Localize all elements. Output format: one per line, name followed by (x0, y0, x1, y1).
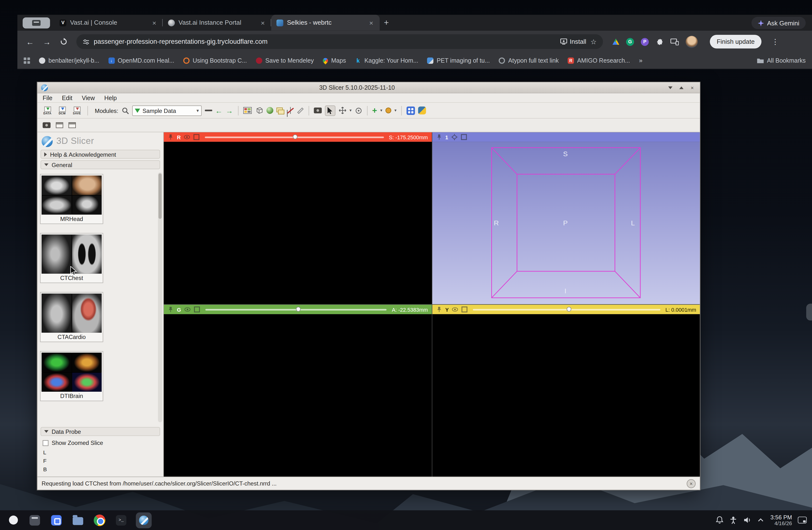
add-markup-caret-icon[interactable]: ▾ (380, 108, 382, 113)
show-zoomed-slice-checkbox[interactable] (43, 440, 48, 446)
pin-icon[interactable] (436, 134, 442, 140)
bookmark-item[interactable]: k Kaggle: Your Hom... (355, 58, 418, 64)
sample-ctacardio[interactable]: CTACardio (40, 292, 103, 342)
window-shade-button[interactable] (666, 84, 674, 91)
place-point-icon[interactable] (355, 107, 362, 114)
launcher-button[interactable] (6, 513, 20, 527)
pin-icon[interactable] (168, 306, 174, 312)
address-bar[interactable]: passenger-profession-representations-gig… (76, 34, 603, 49)
forward-button[interactable]: → (40, 34, 54, 49)
save-button[interactable]: SAVE (71, 106, 83, 115)
tab-vast-portal[interactable]: Vast.ai Instance Portal × (163, 15, 271, 30)
panel-scrollbar[interactable] (158, 172, 162, 422)
window-maximize-button[interactable] (677, 84, 685, 91)
ask-gemini-button[interactable]: Ask Gemini (751, 17, 806, 29)
markups-caret-icon[interactable]: ▾ (394, 108, 396, 113)
red-slice-canvas[interactable] (164, 142, 432, 304)
blue-app-icon[interactable] (49, 513, 63, 527)
module-selector-combobox[interactable]: Sample Data ▾ (132, 105, 201, 116)
bookmark-star-icon[interactable]: ☆ (591, 38, 597, 46)
notification-panel-icon[interactable] (798, 517, 807, 524)
threed-canvas[interactable]: S R P L I (432, 142, 700, 304)
tab-close-icon[interactable]: × (150, 19, 158, 27)
module-search-icon[interactable] (121, 107, 129, 114)
transform-tool-icon[interactable] (338, 107, 346, 114)
screenshot-button[interactable] (43, 122, 51, 128)
finish-update-button[interactable]: Finish update (710, 35, 762, 48)
scene-view-add-button[interactable] (56, 122, 63, 128)
tab-close-icon[interactable]: × (367, 19, 376, 27)
reload-button[interactable] (56, 34, 71, 49)
bookmark-item[interactable]: Save to Mendeley (256, 58, 314, 64)
clock[interactable]: 3:56 PM 4/16/26 (770, 514, 792, 527)
window-close-button[interactable]: × (688, 84, 696, 91)
yellow-slice-slider[interactable] (473, 309, 660, 310)
layout-selector-button[interactable] (243, 107, 252, 114)
maximize-view-icon[interactable] (461, 306, 468, 312)
green-slice-canvas[interactable] (164, 314, 432, 477)
bookmarks-overflow-chevron[interactable]: » (639, 57, 642, 64)
grammarly-icon[interactable]: G (626, 38, 634, 46)
tab-vast-console[interactable]: V Vast.ai | Console × (54, 15, 163, 30)
transform-caret-icon[interactable]: ▾ (349, 108, 352, 113)
side-panel-handle[interactable] (806, 304, 812, 321)
slicer-titlebar[interactable]: 3D Slicer 5.10.0-2025-11-10 × (38, 82, 700, 93)
module-history-icon[interactable] (205, 110, 212, 111)
load-data-button[interactable]: DATA (42, 106, 53, 115)
url-text[interactable]: passenger-profession-representations-gig… (94, 38, 556, 45)
pointer-tool-button[interactable] (324, 105, 335, 116)
bookmark-item[interactable]: R AMIGO Research... (568, 58, 630, 64)
site-info-icon[interactable] (83, 38, 89, 45)
menu-edit[interactable]: Edit (62, 95, 72, 101)
green-slider-handle[interactable] (296, 307, 301, 312)
notifications-icon[interactable] (716, 516, 724, 524)
data-probe-section[interactable]: Data Probe (41, 427, 160, 436)
maximize-view-icon[interactable] (461, 134, 467, 140)
screen-capture-icon[interactable] (314, 108, 322, 113)
markups-icon[interactable] (386, 108, 391, 113)
system-tray[interactable]: 3:56 PM 4/16/26 (716, 514, 807, 527)
profile-avatar[interactable] (686, 36, 698, 47)
tray-expand-chevron-icon[interactable] (757, 516, 765, 524)
paperpile-icon[interactable]: P (641, 38, 649, 46)
tab-search-button[interactable] (23, 17, 50, 29)
send-to-device-icon[interactable] (670, 38, 679, 45)
slicer-app-icon-active[interactable] (136, 512, 152, 528)
terminal-app-icon[interactable]: >_ (114, 513, 128, 527)
visibility-eye-icon[interactable] (452, 306, 458, 312)
green-slice-slider[interactable] (205, 309, 387, 310)
python-console-button[interactable] (418, 107, 426, 114)
bookmark-item[interactable]: Using Bootstrap C... (183, 58, 247, 64)
volume-rendering-cube-icon[interactable] (255, 107, 263, 114)
menu-help[interactable]: Help (104, 95, 117, 101)
general-section[interactable]: General (41, 160, 160, 169)
help-acknowledgement-section[interactable]: Help & Acknowledgement (41, 150, 160, 158)
menu-file[interactable]: File (43, 95, 53, 101)
files-app-icon[interactable] (71, 513, 85, 527)
maximize-view-icon[interactable] (194, 306, 200, 312)
all-bookmarks-button[interactable]: All Bookmarks (756, 58, 806, 64)
tab-close-icon[interactable]: × (259, 19, 267, 27)
accessibility-icon[interactable] (729, 516, 737, 524)
slice-intersection-icon[interactable] (276, 107, 284, 114)
yellow-slider-handle[interactable] (567, 307, 571, 312)
red-slider-handle[interactable] (292, 135, 297, 139)
window-manager-app-icon[interactable] (28, 513, 42, 527)
visibility-eye-icon[interactable] (184, 134, 190, 140)
browser-menu-icon[interactable]: ⋮ (771, 38, 779, 46)
install-button[interactable]: Install (560, 38, 586, 45)
drive-icon[interactable] (612, 39, 619, 45)
extensions-puzzle-icon[interactable] (655, 38, 664, 46)
maximize-view-icon[interactable] (193, 134, 200, 140)
bookmark-item[interactable]: Atypon full text link (499, 58, 559, 64)
scene-view-restore-button[interactable] (68, 122, 76, 128)
menu-view[interactable]: View (82, 95, 95, 101)
bookmark-item[interactable]: ↓ OpenMD.com Heal... (108, 58, 174, 64)
bookmark-item[interactable]: PET imaging of tu... (427, 58, 490, 64)
extensions-manager-button[interactable] (406, 106, 415, 115)
center-view-crosshair-icon[interactable] (451, 134, 458, 140)
dicom-button[interactable]: DCM (56, 106, 68, 115)
red-slice-slider[interactable] (205, 136, 384, 138)
module-back-button[interactable]: ← (215, 107, 223, 114)
chrome-app-icon[interactable] (93, 513, 106, 527)
